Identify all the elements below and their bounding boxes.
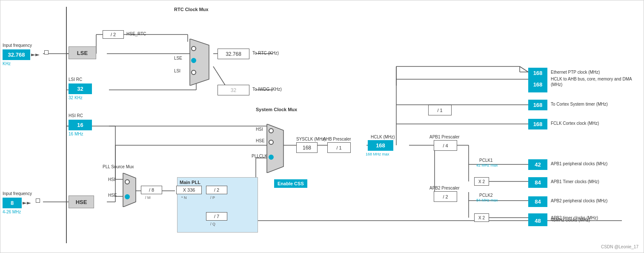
rtc-mux-shape <box>186 39 213 86</box>
hclk-label: HCLK (MHz) <box>371 135 395 139</box>
svg-marker-61 <box>35 54 40 56</box>
output-box-4: 42 <box>528 159 547 170</box>
div1-dropdown[interactable]: / 1 <box>428 105 452 115</box>
iwdg-output-box: 32 <box>218 85 249 95</box>
lse-block: LSE <box>69 46 96 59</box>
q-div-dropdown[interactable]: / 7 <box>206 212 227 221</box>
svg-marker-60 <box>31 54 35 56</box>
pclk1-label: PCLK1 <box>479 158 493 163</box>
lse-arrow <box>31 52 44 58</box>
rtc-clock-mux-title: RTC Clock Mux <box>174 7 209 12</box>
output-label-4: APB1 peripheral clocks (MHz) <box>551 161 607 166</box>
iwdg-output-label: To IWDG (KHz) <box>252 87 282 92</box>
output-box-2: 168 <box>528 100 547 110</box>
svg-marker-65 <box>123 173 136 207</box>
hclk-max-label: 168 MHz max <box>366 152 389 156</box>
rtc-mux-radio-hse[interactable] <box>191 46 196 52</box>
rtc-mux-lse-label: LSE <box>174 56 182 60</box>
sys-mux-hsi-label: HSI <box>256 127 263 132</box>
lsi-rc-value-box: 32 <box>69 83 92 94</box>
pclk2-label: PCLK2 <box>479 193 493 198</box>
output-label-2: To Cortex System timer (MHz) <box>551 102 608 106</box>
wire-layer <box>0 0 644 253</box>
m-div-dropdown[interactable]: / 8 <box>141 186 162 194</box>
sys-mux-hse-label: HSE <box>256 138 265 143</box>
hsi-rc-unit: 16 MHz <box>69 132 83 136</box>
rtc-mux-radio-lsi[interactable] <box>191 70 196 76</box>
diagram-container: Input frequency 32.768 KHz LSE LSI RC 32… <box>0 0 644 253</box>
lsi-rc-unit: 32 KHz <box>69 95 83 100</box>
apb2-x2-box: X 2 <box>474 213 489 222</box>
hsi-rc-label: HSI RC <box>69 113 83 118</box>
hse-rtc-label: HSE_RTC <box>126 32 146 36</box>
lse-input-label: Input frequency <box>3 43 32 48</box>
output-box-8: 48 <box>528 216 547 226</box>
hse-input-label: Input frequency <box>3 191 32 196</box>
q-label: / Q <box>210 222 215 226</box>
system-clock-mux-title: System Clock Mux <box>256 107 297 112</box>
hse-input-value-box[interactable]: 8 <box>3 198 22 208</box>
apb1-prescaler-dropdown[interactable]: / 4 <box>434 140 457 151</box>
sysclk-value-box: 168 <box>296 142 318 153</box>
pll-mux-hsi-label: HSI <box>108 177 115 182</box>
rtc-output-label: To RTC (KHz) <box>252 51 279 55</box>
m-label: / M <box>145 196 151 200</box>
sysclk-label: SYSCLK (MHz) <box>296 137 326 141</box>
sys-mux-radio-pllclk[interactable] <box>269 155 274 161</box>
svg-marker-62 <box>23 202 27 204</box>
rtc-mux-radio-lse[interactable] <box>191 58 196 64</box>
hse-div2-dropdown[interactable]: / 2 <box>103 30 124 39</box>
hsi-rc-value-box: 16 <box>69 120 92 130</box>
pclk2-max-label: 84 MHz max <box>476 198 498 202</box>
rtc-output-box: 32.768 <box>218 49 249 59</box>
hse-arrow <box>23 201 35 207</box>
lsi-rc-label: LSI RC <box>69 77 82 82</box>
pll-source-mux-title: PLL Source Mux <box>103 164 134 169</box>
apb2-prescaler-dropdown[interactable]: / 2 <box>434 191 457 202</box>
ahb-prescaler-label: AHB Prescaler <box>323 137 351 141</box>
sys-mux-radio-hse[interactable] <box>269 140 274 146</box>
n-mul-dropdown[interactable]: X 336 <box>176 186 202 194</box>
output-label-0: Ethernet PTP clock (MHz) <box>551 70 600 75</box>
apb2-prescaler-label: APB2 Prescaler <box>429 186 460 190</box>
hclk-value-box: 168 <box>368 140 393 151</box>
pclk1-max-label: 42 MHz max <box>476 163 498 167</box>
watermark: CSDN @Leonie_17 <box>601 244 638 249</box>
hse-range-label: 4-26 MHz <box>3 210 21 214</box>
output-box-5: 84 <box>528 177 547 188</box>
svg-marker-63 <box>27 202 31 204</box>
p-div-dropdown[interactable]: / 2 <box>206 186 227 194</box>
pll-mux-hse-label: HSE <box>108 193 117 198</box>
output-label-1: HCLK to AHB bus, core, memory and DMA (M… <box>551 76 636 87</box>
lse-input-value-box[interactable]: 32.768 <box>3 49 30 60</box>
output-box-1: 168 <box>528 76 547 92</box>
output-label-8: 48MHz clocks (MHz) <box>551 218 590 222</box>
lse-unit-label: KHz <box>3 61 11 66</box>
pll-mux-radio-hsi[interactable] <box>125 179 130 185</box>
system-mux-shape <box>263 124 287 174</box>
sys-mux-radio-hsi[interactable] <box>269 128 274 134</box>
ahb-prescaler-dropdown[interactable]: / 1 <box>327 142 351 153</box>
apb1-x2-box: X 2 <box>474 177 489 186</box>
lse-square <box>44 50 49 55</box>
output-label-5: APB1 Timer clocks (MHz) <box>551 179 599 184</box>
output-box-3: 168 <box>528 119 547 129</box>
output-box-6: 84 <box>528 196 547 207</box>
rtc-mux-lsi-label: LSI <box>174 69 180 73</box>
hse-block: HSE <box>69 196 94 208</box>
sys-mux-pllclk-label: PLLCLK <box>252 154 267 158</box>
output-label-3: FCLK Cortex clock (MHz) <box>551 121 599 126</box>
apb1-prescaler-label: APB1 Prescaler <box>429 135 460 139</box>
p-label: / P <box>210 196 215 200</box>
pll-mux-radio-hse[interactable] <box>125 194 130 200</box>
enable-css-button[interactable]: Enable CSS <box>274 179 307 188</box>
main-pll-title: Main PLL <box>180 180 200 185</box>
output-label-6: APB2 peripheral clocks (MHz) <box>551 198 607 203</box>
n-label: * N <box>181 196 187 200</box>
pll-source-mux-shape <box>120 173 139 208</box>
hse-square <box>36 198 40 203</box>
